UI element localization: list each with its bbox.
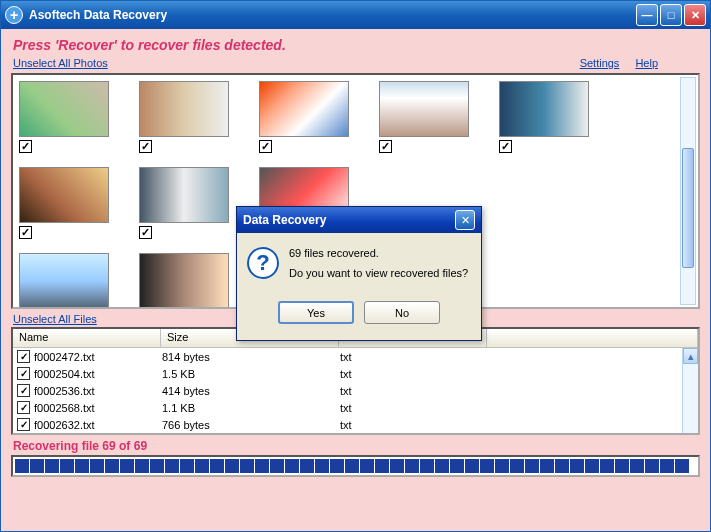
file-size: 414 bytes [162,385,340,397]
thumbnail-image [19,253,109,309]
file-checkbox[interactable] [17,350,30,363]
file-ext: txt [340,419,488,431]
progress-segment [570,459,584,473]
photo-item[interactable] [379,81,469,153]
app-icon [5,6,23,24]
photo-item[interactable] [19,167,109,239]
yes-button[interactable]: Yes [278,301,354,324]
progress-segment [630,459,644,473]
file-size: 766 bytes [162,419,340,431]
progress-segment [30,459,44,473]
progress-segment [540,459,554,473]
status-text: Recovering file 69 of 69 [1,435,710,455]
thumbnail-image [139,167,229,223]
file-size: 814 bytes [162,351,340,363]
file-checkbox[interactable] [17,367,30,380]
window-title: Asoftech Data Recovery [29,8,636,22]
photo-item[interactable] [139,167,229,239]
question-icon: ? [247,247,279,279]
progress-segment [285,459,299,473]
thumbnail-image [379,81,469,137]
files-scrollbar[interactable]: ▴ [682,348,698,433]
photo-checkbox[interactable] [499,140,512,153]
file-row[interactable]: f0002472.txt814 bytestxt [13,348,698,365]
maximize-button[interactable]: □ [660,4,682,26]
photo-checkbox[interactable] [379,140,392,153]
progress-segment [600,459,614,473]
photo-item[interactable] [139,253,229,309]
unselect-all-photos-link[interactable]: Unselect All Photos [13,57,108,69]
progress-segment [195,459,209,473]
file-name: f0002632.txt [34,419,162,431]
progress-segment [510,459,524,473]
scroll-up-icon[interactable]: ▴ [683,348,698,364]
file-ext: txt [340,385,488,397]
file-name: f0002504.txt [34,368,162,380]
progress-segment [405,459,419,473]
dialog-close-button[interactable]: ✕ [455,210,475,230]
files-panel: Name Size Extension f0002472.txt814 byte… [11,327,700,435]
titlebar: Asoftech Data Recovery — □ ✕ [1,1,710,29]
file-row[interactable]: f0002504.txt1.5 KBtxt [13,365,698,382]
progress-segment [585,459,599,473]
progress-segment [45,459,59,473]
progress-segment [390,459,404,473]
minimize-button[interactable]: — [636,4,658,26]
column-header-name[interactable]: Name [13,329,161,347]
progress-segment [645,459,659,473]
progress-segment [240,459,254,473]
thumbnail-image [259,81,349,137]
photo-checkbox[interactable] [19,226,32,239]
progress-segment [465,459,479,473]
help-link[interactable]: Help [635,57,658,69]
progress-segment [375,459,389,473]
progress-segment [90,459,104,473]
close-button[interactable]: ✕ [684,4,706,26]
photo-checkbox[interactable] [139,226,152,239]
file-checkbox[interactable] [17,401,30,414]
file-name: f0002536.txt [34,385,162,397]
progress-segment [120,459,134,473]
settings-link[interactable]: Settings [580,57,620,69]
file-checkbox[interactable] [17,418,30,431]
file-size: 1.1 KB [162,402,340,414]
progress-segment [615,459,629,473]
photo-item[interactable] [19,253,109,309]
dialog-message-1: 69 files recovered. [289,247,468,259]
dialog-message-2: Do you want to view recovered files? [289,267,468,279]
photo-item[interactable] [139,81,229,153]
file-row[interactable]: f0002632.txt766 bytestxt [13,416,698,433]
photo-item[interactable] [259,81,349,153]
dialog-titlebar: Data Recovery ✕ [237,207,481,233]
no-button[interactable]: No [364,301,440,324]
photo-checkbox[interactable] [139,140,152,153]
progress-segment [450,459,464,473]
file-checkbox[interactable] [17,384,30,397]
dialog-title-text: Data Recovery [243,213,455,227]
file-row[interactable]: f0002536.txt414 bytestxt [13,382,698,399]
file-size: 1.5 KB [162,368,340,380]
photos-scrollbar[interactable] [680,77,696,305]
file-row[interactable]: f0002568.txt1.1 KBtxt [13,399,698,416]
progress-segment [480,459,494,473]
progress-segment [255,459,269,473]
photo-checkbox[interactable] [19,140,32,153]
progress-segment [75,459,89,473]
progress-segment [660,459,674,473]
photo-item[interactable] [499,81,589,153]
progress-segment [435,459,449,473]
thumbnail-image [19,167,109,223]
progress-segment [675,459,689,473]
progress-segment [360,459,374,473]
progress-segment [180,459,194,473]
file-ext: txt [340,368,488,380]
file-name: f0002568.txt [34,402,162,414]
photo-checkbox[interactable] [259,140,272,153]
progress-segment [345,459,359,473]
scrollbar-thumb[interactable] [682,148,694,268]
thumbnail-image [139,253,229,309]
instruction-text: Press 'Recover' to recover files detecte… [1,29,710,55]
photo-item[interactable] [19,81,109,153]
file-ext: txt [340,402,488,414]
progress-segment [300,459,314,473]
